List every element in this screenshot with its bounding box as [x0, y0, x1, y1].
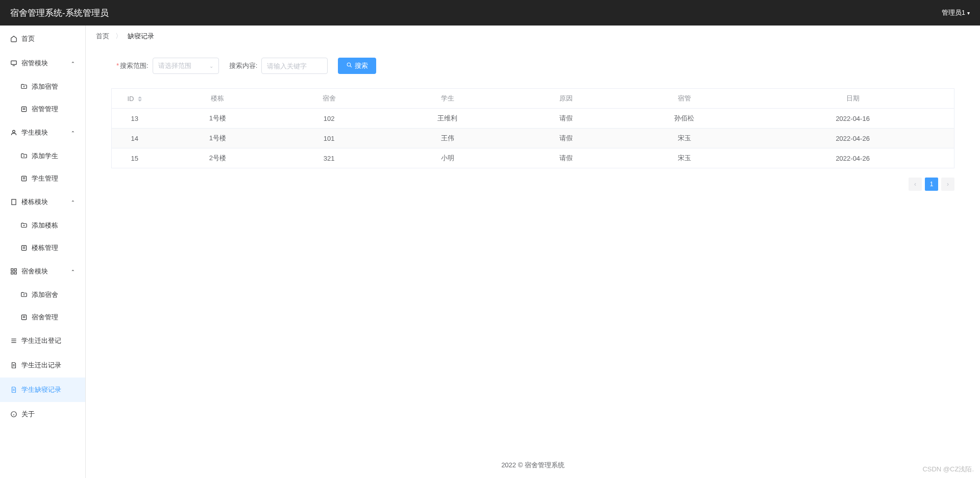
document-icon — [10, 362, 17, 369]
svg-rect-23 — [11, 272, 13, 274]
svg-point-40 — [347, 63, 351, 66]
header: 宿舍管理系统-系统管理员 管理员1 ▾ — [0, 0, 980, 26]
table-cell-date: 2022-04-26 — [751, 129, 954, 148]
sidebar-item-moveout-log[interactable]: 学生迁出记录 — [0, 353, 85, 378]
sidebar-item-manage-dormmgr[interactable]: 宿管管理 — [0, 98, 85, 120]
sidebar-label: 楼栋模块 — [21, 197, 48, 207]
sidebar-label: 首页 — [21, 34, 35, 43]
table-cell-student: 王维利 — [380, 109, 514, 129]
sidebar-group-room[interactable]: 宿舍模块 ⌄ — [0, 259, 85, 284]
table-cell-id: 14 — [112, 129, 158, 148]
sidebar-label: 添加宿舍 — [32, 290, 58, 299]
sidebar-item-home[interactable]: 首页 — [0, 27, 85, 51]
table-cell-room: 321 — [278, 148, 380, 168]
chevron-down-icon: ⌄ — [71, 61, 75, 66]
table-row: 152号楼321小明请假宋玉2022-04-26 — [112, 148, 954, 168]
sidebar-item-manage-room[interactable]: 宿舍管理 — [0, 306, 85, 329]
chevron-down-icon: ⌄ — [71, 199, 75, 205]
table-cell-building: 1号楼 — [158, 129, 278, 148]
select-placeholder: 请选择范围 — [158, 61, 191, 70]
app-title: 宿舍管理系统-系统管理员 — [10, 7, 109, 19]
svg-point-7 — [13, 130, 15, 133]
table-row: 131号楼102王维利请假孙佰松2022-04-16 — [112, 109, 954, 129]
sidebar-label: 关于 — [21, 410, 35, 419]
sidebar-item-absent-log[interactable]: 学生缺寝记录 — [0, 378, 85, 402]
breadcrumb-home[interactable]: 首页 — [96, 32, 109, 40]
svg-rect-21 — [11, 269, 13, 271]
home-icon — [10, 35, 17, 42]
sidebar-label: 学生迁出登记 — [21, 336, 61, 345]
table-header-date: 日期 — [751, 89, 954, 109]
breadcrumb: 首页 〉 缺寝记录 — [86, 26, 980, 47]
search-range-select[interactable]: 请选择范围 ⌄ — [153, 58, 219, 74]
sort-icon — [138, 96, 142, 102]
sidebar-item-add-building[interactable]: 添加楼栋 — [0, 214, 85, 237]
svg-rect-24 — [14, 272, 16, 274]
table-cell-manager: 宋玉 — [617, 148, 751, 168]
sidebar-item-add-room[interactable]: 添加宿舍 — [0, 284, 85, 306]
svg-rect-13 — [12, 199, 16, 205]
sidebar-item-manage-student[interactable]: 学生管理 — [0, 167, 85, 190]
table-cell-student: 王伟 — [380, 129, 514, 148]
svg-rect-22 — [14, 269, 16, 271]
list-icon — [20, 175, 28, 182]
sidebar-item-about[interactable]: 关于 — [0, 402, 85, 426]
sidebar-item-manage-building[interactable]: 楼栋管理 — [0, 237, 85, 259]
sidebar-group-building[interactable]: 楼栋模块 ⌄ — [0, 190, 85, 214]
table-cell-reason: 请假 — [514, 148, 617, 168]
info-icon — [10, 411, 17, 418]
table-header-id[interactable]: ID — [112, 89, 158, 109]
sidebar-group-dormmgr[interactable]: 宿管模块 ⌄ — [0, 51, 85, 76]
user-icon — [10, 129, 17, 136]
chevron-down-icon: ⌄ — [71, 130, 75, 136]
search-button[interactable]: 搜索 — [338, 58, 376, 74]
chevron-down-icon: ⌄ — [209, 63, 213, 69]
user-dropdown[interactable]: 管理员1 ▾ — [942, 8, 970, 17]
table-header-reason: 原因 — [514, 89, 617, 109]
folder-plus-icon — [20, 291, 28, 298]
table-cell-date: 2022-04-16 — [751, 109, 954, 129]
page-number-button[interactable]: 1 — [925, 178, 938, 191]
table-cell-room: 101 — [278, 129, 380, 148]
sidebar-label: 学生模块 — [21, 128, 48, 137]
sidebar-label: 添加宿管 — [32, 82, 58, 91]
sidebar-label: 宿管管理 — [32, 105, 58, 114]
table-cell-room: 102 — [278, 109, 380, 129]
sidebar-label: 楼栋管理 — [32, 243, 58, 253]
search-range-label: *搜索范围: — [116, 61, 149, 70]
page-next-button[interactable]: › — [941, 178, 954, 191]
chevron-down-icon: ⌄ — [71, 269, 75, 274]
menu-icon — [10, 337, 17, 344]
sidebar-label: 宿舍模块 — [21, 267, 48, 276]
table-cell-building: 1号楼 — [158, 109, 278, 129]
folder-plus-icon — [20, 222, 28, 229]
table-cell-manager: 宋玉 — [617, 129, 751, 148]
search-icon — [346, 62, 353, 70]
chevron-down-icon: ▾ — [967, 10, 970, 16]
table-cell-reason: 请假 — [514, 129, 617, 148]
building-icon — [10, 198, 17, 206]
table-header-manager: 宿管 — [617, 89, 751, 109]
sidebar-label: 学生缺寝记录 — [21, 385, 61, 394]
footer: 2022 © 宿舍管理系统 — [86, 452, 980, 478]
sidebar-label: 宿管模块 — [21, 59, 48, 68]
svg-line-41 — [350, 66, 352, 67]
table-header-building: 楼栋 — [158, 89, 278, 109]
search-input[interactable] — [261, 58, 328, 74]
table-header-student: 学生 — [380, 89, 514, 109]
pagination: ‹ 1 › — [111, 178, 954, 191]
table-cell-student: 小明 — [380, 148, 514, 168]
sidebar-item-moveout-reg[interactable]: 学生迁出登记 — [0, 329, 85, 353]
breadcrumb-current: 缺寝记录 — [128, 32, 154, 40]
sidebar-label: 宿舍管理 — [32, 313, 58, 322]
table-cell-id: 13 — [112, 109, 158, 129]
list-icon — [20, 106, 28, 113]
table-cell-manager: 孙佰松 — [617, 109, 751, 129]
main-content: 首页 〉 缺寝记录 *搜索范围: 请选择范围 ⌄ 搜索内容: — [86, 26, 980, 478]
search-content-label: 搜索内容: — [229, 61, 258, 70]
sidebar-group-student[interactable]: 学生模块 ⌄ — [0, 120, 85, 145]
sidebar-item-add-dormmgr[interactable]: 添加宿管 — [0, 76, 85, 98]
sidebar-label: 添加楼栋 — [32, 221, 58, 230]
page-prev-button[interactable]: ‹ — [909, 178, 922, 191]
sidebar-item-add-student[interactable]: 添加学生 — [0, 145, 85, 167]
